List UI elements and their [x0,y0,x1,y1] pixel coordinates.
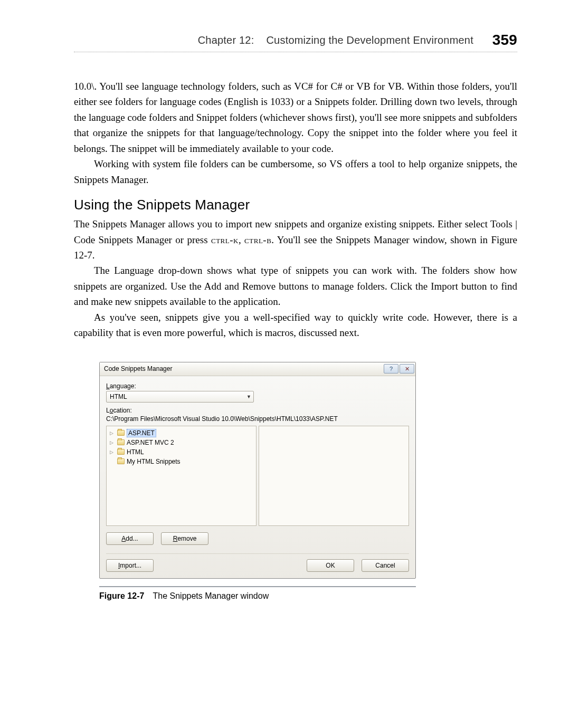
page-number: 359 [492,32,517,48]
tree-item[interactable]: ▷ ASP.NET MVC 2 [110,438,253,447]
language-value: HTML [110,393,246,400]
keystroke: ctrl-k [211,234,239,245]
help-icon: ? [390,366,393,372]
close-icon: ✕ [405,366,410,372]
ok-button[interactable]: OK [307,559,354,572]
chapter-label: Chapter 12: [198,34,254,46]
figure-label: Figure 12-7 [99,591,144,600]
expand-icon[interactable]: ▷ [110,430,115,436]
help-button[interactable]: ? [384,364,398,373]
tree-item[interactable]: My HTML Snippets [110,457,253,466]
add-button[interactable]: Add... [106,532,154,545]
tree-item[interactable]: ▷ ASP.NET [110,428,253,438]
body-paragraph: Working with system file folders can be … [74,156,517,187]
remove-button[interactable]: Remove [161,532,208,545]
folder-icon [117,439,125,445]
expand-icon[interactable]: ▷ [110,449,115,455]
folder-tree-panel[interactable]: ▷ ASP.NET ▷ ASP.NET MVC 2 ▷ [106,426,256,526]
chapter-title: Customizing the Development Environment [266,34,473,46]
running-head: Chapter 12: Customizing the Development … [74,32,517,52]
section-heading: Using the Snippets Manager [74,197,517,213]
dialog-titlebar: Code Snippets Manager ? ✕ [100,362,415,376]
preview-panel [259,426,409,526]
import-button[interactable]: Import... [106,559,154,572]
location-label: Location: [106,407,409,414]
folder-icon [117,458,125,464]
snippets-manager-dialog: Code Snippets Manager ? ✕ Language: HTML… [99,362,416,579]
location-path: C:\Program Files\Microsoft Visual Studio… [106,415,409,424]
expand-icon[interactable]: ▷ [110,440,115,445]
body-paragraph: The Snippets Manager allows you to impor… [74,216,517,263]
keystroke: ctrl-b [244,234,271,245]
language-label: Language: [106,382,409,390]
dialog-title: Code Snippets Manager [104,365,383,372]
folder-icon [117,430,125,436]
figure-text: The Snippets Manager window [153,591,269,600]
figure-rule [99,586,416,587]
figure-caption: Figure 12-7 The Snippets Manager window [99,591,517,601]
tree-item[interactable]: ▷ HTML [110,447,253,457]
folder-icon [117,449,125,455]
chevron-down-icon: ▼ [246,394,251,399]
body-paragraph: The Language drop-down shows what type o… [74,263,517,309]
body-paragraph: As you've seen, snippets give you a well… [74,310,517,341]
cancel-button[interactable]: Cancel [362,559,409,572]
expand-icon [110,459,115,464]
language-dropdown[interactable]: HTML ▼ [106,391,254,403]
body-paragraph: 10.0\. You'll see language technology fo… [74,79,517,156]
close-button[interactable]: ✕ [400,364,414,373]
